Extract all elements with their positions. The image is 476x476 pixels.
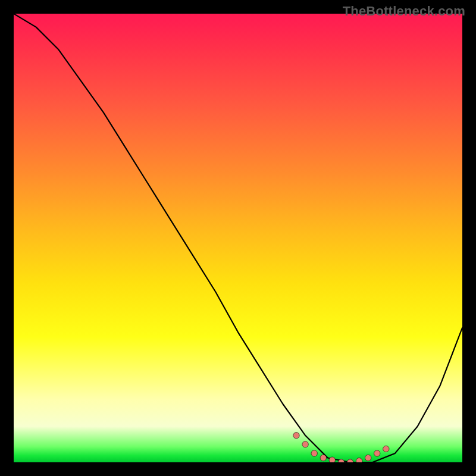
curve-marker: [347, 459, 353, 462]
curve-marker: [311, 450, 317, 456]
watermark-text: TheBottleneck.com: [343, 4, 465, 19]
plot-area: [14, 14, 462, 462]
curve-marker: [329, 457, 335, 462]
curve-marker: [293, 433, 299, 439]
curve-marker: [302, 441, 308, 447]
overlay-svg: [14, 14, 462, 462]
bottleneck-curve: [14, 14, 462, 462]
curve-marker: [383, 446, 389, 452]
chart-stage: TheBottleneck.com: [0, 0, 476, 476]
curve-marker: [356, 458, 362, 463]
curve-marker: [374, 450, 380, 456]
curve-marker: [320, 455, 326, 461]
curve-marker: [365, 455, 371, 461]
